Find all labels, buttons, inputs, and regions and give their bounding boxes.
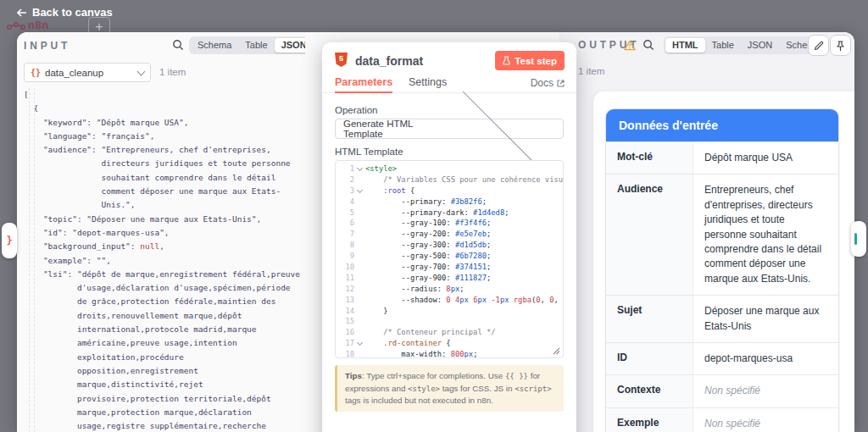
fold-spacer [354, 295, 365, 306]
fold-spacer [354, 251, 365, 262]
output-tab-html[interactable]: HTML [665, 38, 705, 53]
json-line: "language": "français", [24, 130, 305, 143]
row-value: Non spécifié [693, 375, 838, 407]
fold-spacer [354, 327, 365, 338]
code-line: 16 /* Conteneur principal */ [336, 327, 563, 338]
output-item-count: 1 item [578, 66, 604, 76]
fold-spacer [354, 284, 365, 295]
json-line: de grâce,protection fédérale,maintien de… [24, 295, 305, 308]
input-tab-schema[interactable]: Schema [191, 38, 238, 53]
table-row: AudienceEntrepreneurs, chef d'entreprise… [606, 174, 838, 295]
row-label: ID [606, 343, 693, 374]
output-panel-handle[interactable] [851, 221, 866, 257]
handle-bar-icon [854, 233, 857, 245]
json-line: international,protocole madrid,marque [24, 323, 305, 336]
operation-select[interactable]: Generate HTML Template [335, 119, 564, 139]
code-line: 9 --gray-500: #6b7280; [336, 251, 563, 262]
rendered-table-header: Données d'entrée [606, 109, 838, 141]
input-panel-handle[interactable]: } [2, 223, 17, 258]
fold-chevron-icon[interactable] [354, 338, 365, 349]
node-settings-panel: 5 data_format Test step Parameters Setti… [322, 42, 576, 432]
code-line: 8 --gray-300: #d1d5db; [336, 240, 563, 251]
warning-icon [624, 40, 636, 51]
json-line: "topic": "Déposer une marque aux Etats-U… [24, 213, 305, 226]
input-item-count: 1 item [159, 67, 186, 77]
code-line: 2 /* Variables CSS pour une cohérence vi… [336, 174, 563, 186]
html-template-editor[interactable]: 1<style>2 /* Variables CSS pour une cohé… [335, 160, 564, 358]
json-line: marque,protection marque,déclaration [24, 406, 305, 419]
row-value: Entrepreneurs, chef d'entreprises, direc… [693, 174, 838, 295]
code-line: 14 } [336, 306, 563, 317]
json-line: opposition,enregistrement [24, 364, 305, 378]
json-line: "background_input": null, [24, 240, 305, 253]
fold-spacer [354, 197, 365, 208]
external-link-icon [557, 80, 565, 87]
tab-settings[interactable]: Settings [409, 76, 447, 88]
table-row: IDdepot-marques-usa [606, 342, 838, 374]
input-panel-title: INPUT [24, 40, 70, 52]
n8n-logo: n8n [7, 19, 49, 31]
pin-icon [836, 41, 845, 51]
fold-spacer [354, 208, 365, 219]
row-label: Audience [606, 174, 693, 295]
tab-parameters[interactable]: Parameters [335, 76, 392, 93]
input-node-selector[interactable]: {} data_cleanup [24, 63, 151, 82]
input-tab-json[interactable]: JSON [275, 38, 305, 53]
docs-link[interactable]: Docs [531, 77, 565, 89]
fold-spacer [354, 349, 365, 358]
node-tabs: Parameters Settings Docs [322, 76, 576, 93]
json-line: exploitation,procédure [24, 351, 305, 364]
json-line: usage,registre supplémentaire,recherche [24, 419, 305, 432]
output-search-icon[interactable] [643, 39, 654, 51]
json-line: droits,renouvellement marque,dépôt [24, 309, 305, 323]
input-json-view[interactable]: [ { "keyword": "Dépôt marque USA", "lang… [24, 88, 305, 432]
table-row: ExempleNon spécifié [606, 407, 838, 432]
table-row: ContexteNon spécifié [606, 374, 838, 407]
flask-icon [503, 56, 510, 65]
chevron-down-icon [462, 88, 542, 168]
test-step-button[interactable]: Test step [495, 51, 565, 70]
braces-icon: {} [31, 68, 41, 77]
code-line: 1<style> [336, 163, 563, 174]
tips-box: Tips: Type ctrl+space for completions. U… [335, 365, 564, 412]
code-line: 13 --shadow: 0 4px 6px -1px rgba(0, 0, 0… [336, 295, 563, 306]
pin-data-button[interactable] [830, 35, 851, 56]
html-template-label: HTML Template [335, 147, 403, 157]
table-row: Mot-cléDépôt marque USA [606, 141, 838, 174]
fold-spacer [354, 273, 365, 284]
row-label: Mot-clé [606, 142, 693, 174]
json-line: "keyword": "Dépôt marque USA", [24, 116, 305, 130]
row-value: Déposer une marque aux Etats-Unis [693, 296, 838, 342]
json-line: { [24, 102, 305, 115]
code-line: 18 max-width: 800px; [336, 349, 563, 358]
code-line: 11 --gray-900: #111827; [336, 273, 563, 284]
row-label: Contexte [606, 375, 693, 407]
code-line: 12 --radius: 8px; [336, 284, 563, 295]
json-line: souhaitant comprendre dans le détail [24, 171, 305, 185]
json-line: directeurs juridiques et toute personne [24, 157, 305, 170]
row-value: Dépôt marque USA [693, 142, 838, 174]
json-line: "lsi": "dépôt de marque,enregistrement f… [24, 268, 305, 281]
fold-chevron-icon[interactable] [354, 163, 365, 174]
output-tab-json[interactable]: JSON [741, 38, 779, 53]
input-tab-table[interactable]: Table [238, 38, 274, 53]
output-tab-table[interactable]: Table [705, 38, 741, 53]
input-panel: INPUT SchemaTableJSON {} data_cleanup 1 … [17, 32, 305, 432]
fold-chevron-icon[interactable] [354, 186, 365, 197]
code-line: 3 :root { [336, 186, 563, 197]
node-title: data_format [355, 54, 423, 68]
code-line: 15 [336, 316, 563, 327]
json-line: provisoire,protection territoriale,dépôt [24, 392, 305, 406]
html5-node-icon: 5 [335, 53, 348, 67]
fold-spacer [354, 316, 365, 327]
operation-label: Operation [335, 105, 378, 115]
json-line: [ [24, 88, 305, 102]
row-value: Non spécifié [693, 408, 838, 432]
fold-spacer [354, 240, 365, 251]
code-line: 7 --gray-200: #e5e7eb; [336, 229, 563, 240]
edit-output-button[interactable] [808, 35, 829, 56]
input-search-icon[interactable] [172, 39, 184, 51]
rendered-table: Données d'entrée Mot-cléDépôt marque USA… [605, 108, 839, 432]
resize-handle-icon[interactable] [553, 347, 560, 355]
fold-spacer [354, 229, 365, 240]
